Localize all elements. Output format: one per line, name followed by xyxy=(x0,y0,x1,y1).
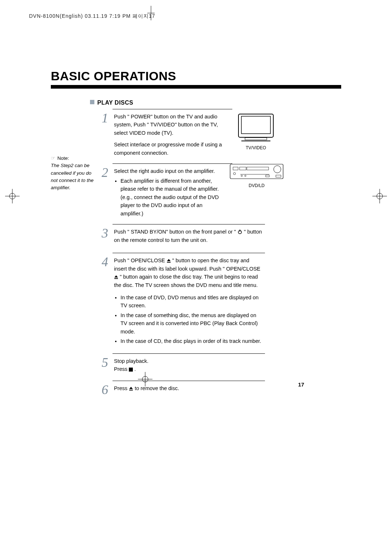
note-sidebar: ☞Note: The Step2 can be cancelled if you… xyxy=(51,155,94,191)
step-1: 1 Push " POWER" button on the TV and aud… xyxy=(102,109,261,157)
step-bullets: Each amplifier is different from another… xyxy=(114,177,226,218)
step-divider xyxy=(113,253,265,253)
step-number: 1 xyxy=(99,110,110,126)
eject-icon xyxy=(167,258,171,263)
section-bullet xyxy=(90,100,94,104)
step-divider xyxy=(113,353,265,354)
step-divider xyxy=(113,163,232,164)
manual-page: DVN-8100N(English) 03.11.19 7:19 PM 페이지1… xyxy=(0,0,392,555)
svg-rect-29 xyxy=(167,262,171,263)
step-text: Select interlace or progressive mode if … xyxy=(114,141,226,157)
step-5: 5 Stop playback. Press . xyxy=(102,353,261,373)
bullet-item: In the case of something disc, the menus… xyxy=(121,311,263,336)
page-number: 17 xyxy=(298,381,304,388)
stop-icon xyxy=(129,366,133,372)
svg-marker-30 xyxy=(114,275,118,278)
bullet-item: In the case of CD, the disc plays in ord… xyxy=(121,337,263,345)
step-bullets: In the case of DVD, DVD menus and titles… xyxy=(114,293,263,345)
step-6: 6 Press to remove the disc. xyxy=(102,381,261,392)
content-area: BASIC OPERATIONS PLAY DISCS ☞Note: The S… xyxy=(18,29,374,530)
svg-rect-34 xyxy=(129,390,133,390)
step-text: to remove the disc. xyxy=(135,385,179,391)
step-divider xyxy=(113,224,265,224)
bullet-item: In the case of DVD, DVD menus and titles… xyxy=(121,293,263,310)
note-label: Note: xyxy=(57,155,69,161)
svg-rect-24 xyxy=(266,175,269,177)
running-header: DVN-8100N(English) 03.11.19 7:19 PM 페이지1… xyxy=(29,13,155,20)
register-mark-right xyxy=(372,189,387,205)
step-text: Press xyxy=(114,385,129,391)
step-number: 3 xyxy=(99,226,110,241)
step-text: Push " OPEN/CLOSE xyxy=(114,258,167,263)
step-text: Press xyxy=(114,366,129,372)
step-number: 4 xyxy=(99,254,110,270)
svg-marker-28 xyxy=(167,259,171,261)
step-number: 2 xyxy=(99,165,110,180)
eject-icon xyxy=(129,385,133,391)
svg-marker-33 xyxy=(129,387,133,389)
step-text: Select the right audio input on the ampl… xyxy=(114,167,226,175)
step-text: Push " STAND BY/ON" button on the front … xyxy=(114,229,237,235)
page-title: BASIC OPERATIONS xyxy=(51,69,176,83)
svg-point-16 xyxy=(274,166,281,173)
steps-list: 1 Push " POWER" button on the TV and aud… xyxy=(102,109,261,392)
step-text: Stop playback. xyxy=(114,357,263,365)
step-3: 3 Push " STAND BY/ON" button on the fron… xyxy=(102,224,261,244)
pointing-hand-icon: ☞ xyxy=(51,155,57,162)
register-mark-left xyxy=(5,189,20,205)
title-underline xyxy=(51,85,341,88)
svg-rect-25 xyxy=(276,175,281,177)
section-heading: PLAY DISCS xyxy=(97,100,133,106)
step-text: Push " POWER" button on the TV and audio… xyxy=(114,113,226,137)
step-number: 5 xyxy=(99,355,110,370)
step-2: 2 Select the right audio input on the am… xyxy=(102,163,261,218)
step-divider xyxy=(113,109,232,109)
step-4: 4 Push " OPEN/CLOSE " button to open the… xyxy=(102,253,261,345)
step-text: " button again to close the disc tray. T… xyxy=(114,274,258,288)
step-number: 6 xyxy=(99,382,110,397)
header-crop-mark xyxy=(147,6,155,22)
svg-rect-31 xyxy=(114,278,118,279)
eject-icon xyxy=(114,274,118,280)
bullet-item: Each amplifier is different from another… xyxy=(121,177,226,218)
step-divider xyxy=(113,381,265,381)
note-body: The Step2 can be cancelled if you do not… xyxy=(51,162,94,191)
svg-rect-32 xyxy=(129,368,133,372)
power-icon xyxy=(237,229,242,235)
step-text: . xyxy=(134,366,136,372)
